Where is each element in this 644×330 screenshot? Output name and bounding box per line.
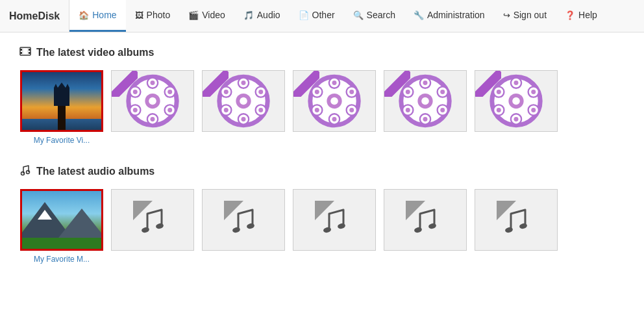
audio-album-4[interactable] xyxy=(292,189,377,264)
svg-point-99 xyxy=(337,222,346,229)
video-album-4[interactable] xyxy=(292,70,377,145)
audio-album-1[interactable]: My Favorite M... xyxy=(19,189,104,264)
audio-thumb-3 xyxy=(202,189,285,251)
video-thumb-6 xyxy=(475,70,558,132)
svg-point-89 xyxy=(27,171,30,174)
svg-point-13 xyxy=(151,81,155,85)
photo-icon: 🖼 xyxy=(135,10,143,20)
video-album-5[interactable] xyxy=(383,70,467,145)
nav-photo-label: Photo xyxy=(147,10,171,20)
ribbon-5 xyxy=(384,71,410,97)
video-thumb-5 xyxy=(384,70,467,132)
nav-photo[interactable]: 🖼 Photo xyxy=(126,0,180,32)
svg-point-31 xyxy=(242,117,246,121)
video-icon: 🎬 xyxy=(188,10,199,20)
nav-administration[interactable]: 🔧 Administration xyxy=(404,0,494,32)
video-album-6[interactable] xyxy=(474,70,558,145)
video-album-1[interactable]: My Favorite Vi... xyxy=(19,70,104,145)
video-album-grid: My Favorite Vi... xyxy=(19,70,625,145)
video-album-3[interactable] xyxy=(201,70,286,145)
svg-rect-3 xyxy=(29,49,31,51)
audio-thumb-5 xyxy=(384,189,467,251)
svg-point-102 xyxy=(428,222,437,229)
video-section-heading: The latest video albums xyxy=(36,47,154,58)
svg-point-85 xyxy=(497,108,501,112)
svg-marker-97 xyxy=(315,201,334,220)
svg-rect-4 xyxy=(29,52,31,54)
mountain-scene xyxy=(22,189,101,251)
nav-audio[interactable]: 🎵 Audio xyxy=(234,0,290,32)
svg-rect-0 xyxy=(20,47,31,55)
svg-point-27 xyxy=(240,97,247,105)
svg-point-29 xyxy=(242,81,246,85)
audio-thumb-4 xyxy=(293,189,376,251)
help-icon: ❓ xyxy=(565,10,575,20)
nav-home[interactable]: 🏠 Home xyxy=(69,0,125,32)
audio-album-3[interactable] xyxy=(201,189,286,264)
nav-video-label: Video xyxy=(202,10,225,20)
svg-point-95 xyxy=(232,226,241,233)
music-note-icon-4 xyxy=(315,201,354,240)
video-thumb-3 xyxy=(202,70,285,132)
video-thumb-2 xyxy=(111,70,194,132)
nav-signout-label: Sign out xyxy=(514,10,547,20)
svg-point-19 xyxy=(167,90,172,94)
svg-point-53 xyxy=(315,108,319,112)
nav-admin-label: Administration xyxy=(427,10,485,20)
audio-album-5[interactable] xyxy=(383,189,467,264)
video-album-2[interactable] xyxy=(110,70,195,145)
svg-point-96 xyxy=(246,222,255,229)
nav-other-label: Other xyxy=(312,10,335,20)
svg-point-87 xyxy=(531,108,536,112)
nav-other[interactable]: 📄 Other xyxy=(290,0,344,32)
audio-album-2[interactable] xyxy=(110,189,195,264)
svg-point-101 xyxy=(414,226,423,233)
svg-point-43 xyxy=(330,97,338,105)
home-icon: 🏠 xyxy=(79,10,89,20)
nav-home-label: Home xyxy=(92,10,116,20)
nav-video[interactable]: 🎬 Video xyxy=(179,0,234,32)
svg-marker-94 xyxy=(224,201,243,220)
audio-thumb-2 xyxy=(111,189,194,251)
ribbon-4 xyxy=(293,71,319,97)
svg-point-11 xyxy=(149,97,156,105)
music-note-icon-6 xyxy=(497,201,536,240)
nav-signout[interactable]: ↪ Sign out xyxy=(494,0,556,32)
audio-album-6[interactable] xyxy=(474,189,558,264)
nav-audio-label: Audio xyxy=(257,10,280,20)
audio-album-grid: My Favorite M... xyxy=(19,189,625,264)
svg-point-71 xyxy=(440,108,445,112)
video-thumb-1 xyxy=(20,70,103,132)
svg-point-98 xyxy=(323,226,332,233)
main-content: The latest video albums My Favorite Vi..… xyxy=(0,32,644,296)
audio-album-1-label: My Favorite M... xyxy=(34,255,90,264)
svg-rect-1 xyxy=(20,49,22,51)
svg-point-83 xyxy=(531,90,536,94)
svg-point-47 xyxy=(332,117,337,121)
pier-scene xyxy=(22,70,101,132)
svg-point-21 xyxy=(133,108,138,112)
audio-thumb-6 xyxy=(475,189,558,251)
search-icon: 🔍 xyxy=(353,10,364,20)
svg-point-45 xyxy=(332,81,337,85)
svg-marker-100 xyxy=(406,201,425,220)
nav-help[interactable]: ❓ Help xyxy=(556,0,606,32)
svg-point-59 xyxy=(421,97,429,105)
svg-point-92 xyxy=(141,226,150,233)
nav-search[interactable]: 🔍 Search xyxy=(344,0,404,32)
video-album-1-label: My Favorite Vi... xyxy=(34,136,90,145)
svg-point-79 xyxy=(514,117,519,121)
svg-point-105 xyxy=(519,222,528,229)
svg-point-37 xyxy=(224,108,229,112)
svg-point-75 xyxy=(512,97,520,105)
svg-point-35 xyxy=(258,90,263,94)
ribbon-2 xyxy=(112,71,138,97)
svg-point-15 xyxy=(151,117,155,121)
svg-point-69 xyxy=(406,108,410,112)
svg-marker-103 xyxy=(497,201,516,220)
admin-icon: 🔧 xyxy=(414,10,424,20)
video-thumb-4 xyxy=(293,70,376,132)
svg-point-104 xyxy=(504,226,514,233)
video-section-icon xyxy=(19,45,31,60)
nav-search-label: Search xyxy=(367,10,395,20)
